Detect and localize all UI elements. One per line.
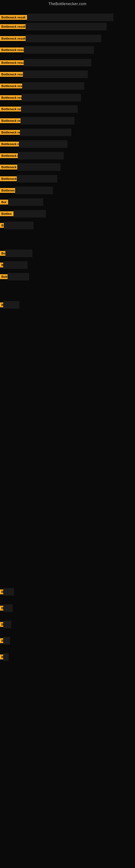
bottleneck-badge: B (0, 303, 3, 307)
list-item: Bottleneck resu (0, 94, 81, 101)
list-item: Bottlen (0, 210, 46, 218)
list-item: Bottleneck re (0, 163, 60, 171)
list-item: Bottleneck re (0, 175, 57, 183)
bar-line (20, 129, 71, 136)
list-item: Bottleneck resu (0, 59, 91, 66)
bar-line (13, 210, 46, 218)
list-item: Bottleneck resu (0, 82, 84, 90)
site-title: TheBottlenecker.com (0, 0, 135, 8)
bar-line (8, 273, 29, 280)
list-item: Bottleneck result (0, 35, 101, 42)
bar-line (4, 222, 34, 229)
bottleneck-badge: Bottleneck result (0, 36, 26, 41)
bar-line (17, 163, 60, 171)
bottleneck-badge: Bottleneck resu (0, 60, 24, 65)
bottleneck-badge: Bottleneck resu (0, 106, 21, 112)
bar-line (26, 23, 107, 30)
bottleneck-badge: B (0, 654, 3, 659)
list-item: B (0, 653, 9, 661)
bar-line (18, 152, 64, 159)
bottleneck-badge: Bottlenec (0, 188, 15, 193)
list-item: B (0, 588, 14, 596)
bottleneck-badge: Bottleneck re (0, 153, 18, 158)
list-item: Bottleneck res (0, 140, 68, 148)
list-item: Bottleneck result (0, 13, 114, 21)
bottleneck-badge: Bottleneck resu (0, 48, 24, 52)
bottleneck-badge: Bottleneck re (0, 176, 17, 181)
bottleneck-badge: B (0, 606, 3, 611)
bottleneck-badge: Bottleneck result (0, 15, 27, 20)
bar-line (23, 70, 88, 78)
list-item: Bottleneck resu (0, 46, 94, 54)
bar-line (17, 175, 57, 183)
bar-line (3, 261, 28, 269)
list-item: B (0, 637, 10, 645)
bottleneck-badge: B (0, 622, 3, 627)
bar-line (8, 198, 43, 206)
bar-line (3, 621, 11, 628)
list-item: B (0, 621, 11, 628)
list-item: B (0, 604, 13, 612)
bottleneck-badge: Bott (0, 274, 8, 279)
bottleneck-badge: B (0, 223, 4, 228)
bottleneck-badge: Bot (0, 199, 8, 205)
bar-line (3, 604, 13, 612)
list-item: Bottleneck resu (0, 105, 78, 113)
bottleneck-badge: Bottleneck resu (0, 72, 23, 77)
bottleneck-badge: Bottleneck result (0, 24, 26, 29)
bar-line (3, 637, 10, 645)
bar-line (22, 82, 84, 90)
bottleneck-badge: Bottlen (0, 211, 13, 216)
bar-line (27, 13, 114, 21)
list-item: Bottleneck resu (0, 70, 88, 78)
bar-line (21, 105, 78, 113)
bottleneck-badge: Bo (0, 251, 5, 256)
list-item: B (0, 222, 34, 229)
list-item: Bottleneck resu (0, 117, 75, 124)
bottleneck-badge: B (0, 589, 3, 594)
list-item: Bottleneck re (0, 152, 64, 159)
bottleneck-badge: Bottleneck resu (0, 118, 20, 123)
bar-line (3, 301, 19, 309)
bottleneck-badge: B (0, 638, 3, 643)
list-item: Bo (0, 250, 32, 257)
list-item: Bottlenec (0, 187, 53, 194)
list-item: Bot (0, 198, 43, 206)
bar-line (24, 46, 94, 54)
list-item: Bottleneck resu (0, 129, 71, 136)
bottleneck-badge: B (0, 262, 3, 268)
bar-line (3, 588, 14, 596)
bar-line (20, 117, 75, 124)
bar-line (24, 59, 91, 66)
bottleneck-badge: Bottleneck re (0, 165, 17, 169)
bottleneck-badge: Bottleneck resu (0, 84, 22, 88)
bar-line (21, 94, 81, 101)
bottleneck-badge: Bottleneck res (0, 142, 19, 147)
bottleneck-badge: Bottleneck resu (0, 130, 20, 135)
list-item: Bottleneck result (0, 23, 107, 30)
bottleneck-badge: Bottleneck resu (0, 95, 21, 100)
list-item: B (0, 301, 19, 309)
bar-line (19, 140, 68, 148)
bar-line (26, 35, 101, 42)
bar-line (15, 187, 53, 194)
list-item: Bott (0, 273, 29, 280)
bar-line (3, 653, 9, 661)
bar-line (5, 250, 32, 257)
list-item: B (0, 261, 28, 269)
